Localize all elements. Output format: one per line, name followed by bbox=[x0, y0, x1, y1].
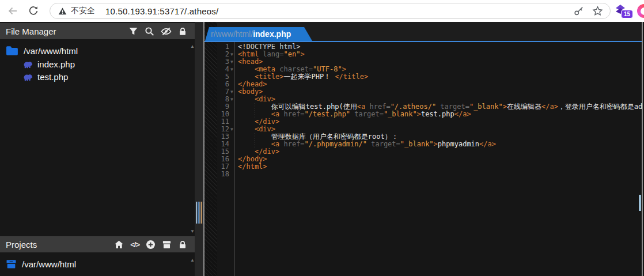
fold-spacer bbox=[229, 141, 234, 148]
token-tag: </title> bbox=[335, 73, 368, 81]
token-txt bbox=[238, 110, 271, 118]
token-tag: <a bbox=[271, 140, 279, 148]
token-txt bbox=[238, 148, 255, 156]
token-txt: ，登录用户名和密码都是admin) bbox=[558, 103, 643, 111]
fold-toggle-icon[interactable]: ▼ bbox=[229, 96, 234, 103]
code-line[interactable]: </body> bbox=[238, 156, 639, 163]
lock-icon[interactable] bbox=[178, 27, 187, 36]
home-icon[interactable] bbox=[114, 240, 124, 249]
tab-path: r/www/html/ bbox=[211, 29, 253, 39]
fold-toggle-icon[interactable]: ▼ bbox=[229, 88, 234, 96]
fold-toggle-icon[interactable]: ▼ bbox=[229, 51, 234, 58]
code-line[interactable]: <body> bbox=[238, 88, 639, 96]
add-project-icon[interactable] bbox=[146, 240, 156, 249]
lock-icon[interactable] bbox=[178, 240, 187, 249]
archive-icon[interactable] bbox=[162, 240, 172, 249]
code-line[interactable]: <title>一起来学PHP！ </title> bbox=[238, 73, 639, 81]
url-text[interactable]: 10.50.193.91:53717/.atheos/ bbox=[105, 6, 218, 16]
token-attr: href= bbox=[365, 103, 390, 111]
file-tree-root-label: /var/www/html bbox=[24, 46, 78, 56]
file-name: index.php bbox=[37, 59, 75, 69]
file-name: test.php bbox=[37, 72, 68, 82]
tab-index-php[interactable]: r/www/html/index.php bbox=[205, 27, 312, 41]
code-line[interactable]: </div> bbox=[238, 148, 639, 156]
back-icon[interactable] bbox=[7, 5, 18, 17]
file-tree: /var/www/html index.phptest.php bbox=[0, 39, 195, 83]
token-tag: </html> bbox=[238, 162, 267, 171]
token-tag: <a bbox=[357, 103, 365, 111]
token-tag: > bbox=[417, 110, 421, 118]
browser-chrome: 不安全 10.50.193.91:53717/.atheos/ 15 bbox=[0, 0, 644, 22]
token-tag: </a> bbox=[454, 110, 471, 118]
token-tag: </a> bbox=[541, 103, 558, 111]
security-label[interactable]: 不安全 bbox=[71, 6, 95, 16]
fold-spacer bbox=[229, 103, 234, 111]
project-item[interactable]: /var/www/html bbox=[0, 257, 195, 271]
code-line[interactable]: </html> bbox=[238, 163, 639, 171]
code-area[interactable]: <!DOCTYPE html><html lang="en"><head> <m… bbox=[238, 43, 639, 178]
token-tag: </div> bbox=[255, 148, 279, 156]
token-attr: target= bbox=[350, 110, 384, 118]
token-txt: 一起来学PHP！ bbox=[283, 73, 335, 81]
fold-spacer bbox=[229, 156, 234, 163]
resize-grip-icon[interactable] bbox=[196, 202, 204, 224]
file-manager-title: File Manager bbox=[6, 27, 56, 36]
token-attr: target= bbox=[436, 103, 469, 111]
extension-profile-icon-center bbox=[641, 7, 644, 15]
file-tree-root[interactable]: /var/www/html bbox=[0, 44, 195, 58]
token-str: "_blank" bbox=[384, 110, 417, 118]
token-attr: lang= bbox=[259, 50, 283, 58]
code-line[interactable]: <html lang="en"> bbox=[238, 51, 639, 58]
not-secure-warning-icon bbox=[58, 7, 67, 16]
token-txt: phpmyadmin bbox=[438, 140, 479, 148]
token-str: "/test.php" bbox=[305, 110, 350, 118]
code-line[interactable]: </head> bbox=[238, 81, 639, 88]
atheos-app: File Manager bbox=[0, 22, 644, 276]
file-tree-item[interactable]: test.php bbox=[0, 70, 195, 83]
scrollbar-track[interactable] bbox=[642, 22, 643, 276]
gutter: 12▼3▼4▼567▼8▼9101112▼131415161718 bbox=[217, 43, 234, 178]
code-line[interactable]: <a href="/test.php" target="_blank">test… bbox=[238, 111, 639, 118]
hide-eye-slash-icon[interactable] bbox=[161, 27, 172, 36]
fold-spacer bbox=[229, 43, 234, 51]
file-list: index.phptest.php bbox=[0, 58, 195, 83]
password-key-icon[interactable] bbox=[574, 6, 584, 16]
code-icon[interactable]: </> bbox=[130, 240, 139, 249]
gutter-border bbox=[234, 42, 235, 276]
fold-spacer bbox=[229, 148, 234, 156]
address-bar[interactable]: 不安全 10.50.193.91:53717/.atheos/ bbox=[50, 3, 611, 19]
token-tag: > bbox=[342, 65, 346, 73]
fold-spacer bbox=[229, 171, 234, 178]
file-tree-item[interactable]: index.php bbox=[0, 58, 195, 70]
extension-profile-icon[interactable] bbox=[637, 4, 644, 18]
fold-spacer bbox=[229, 133, 234, 141]
fold-toggle-icon[interactable]: ▼ bbox=[229, 66, 234, 73]
token-tag: <meta bbox=[255, 65, 275, 73]
token-txt bbox=[238, 140, 271, 148]
reload-icon[interactable] bbox=[28, 5, 39, 17]
projects-scroll-up-icon[interactable]: ▲ bbox=[190, 258, 195, 263]
token-txt: 管理数据库（用户名和密码都是root）： bbox=[238, 133, 399, 141]
code-line[interactable]: <a href="/.phpmyadmin/" target="_blank">… bbox=[238, 141, 639, 148]
bookmark-star-icon[interactable] bbox=[592, 6, 603, 17]
editor-hatch-strip bbox=[204, 22, 217, 276]
fold-spacer bbox=[229, 111, 234, 118]
sidebar: File Manager bbox=[0, 22, 195, 276]
fold-toggle-icon[interactable]: ▼ bbox=[229, 126, 234, 133]
php-elephant-icon bbox=[23, 60, 33, 69]
token-tag: <title> bbox=[255, 73, 284, 81]
filter-icon[interactable] bbox=[128, 27, 138, 36]
token-txt: 在线编辑器 bbox=[507, 103, 541, 111]
scrollbar-thumb[interactable] bbox=[639, 195, 641, 211]
sidebar-resize-divider[interactable] bbox=[195, 22, 203, 276]
tree-scroll-down-icon[interactable]: ▼ bbox=[190, 229, 195, 234]
token-attr: href= bbox=[279, 110, 304, 118]
code-line[interactable]: </div> bbox=[238, 118, 639, 126]
token-txt: 你可以编辑test.php(使用 bbox=[238, 103, 357, 111]
fold-toggle-icon[interactable]: ▼ bbox=[229, 58, 234, 66]
code-line[interactable] bbox=[238, 171, 639, 178]
fold-spacer bbox=[229, 118, 234, 126]
token-str: "_blank" bbox=[469, 103, 503, 111]
search-icon[interactable] bbox=[145, 27, 154, 36]
tree-scroll-up-icon[interactable]: ▲ bbox=[190, 44, 195, 49]
